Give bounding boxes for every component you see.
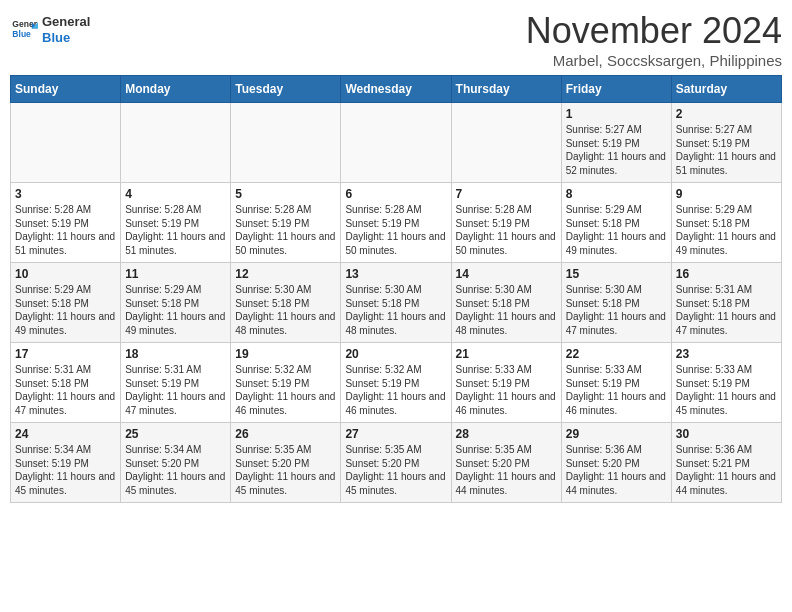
location-title: Marbel, Soccsksargen, Philippines (526, 52, 782, 69)
title-block: November 2024 Marbel, Soccsksargen, Phil… (526, 10, 782, 69)
day-info: Sunrise: 5:32 AMSunset: 5:19 PMDaylight:… (235, 363, 336, 417)
day-number: 28 (456, 427, 557, 441)
day-number: 15 (566, 267, 667, 281)
logo-general: General (42, 14, 90, 30)
day-info: Sunrise: 5:31 AMSunset: 5:18 PMDaylight:… (15, 363, 116, 417)
svg-text:Blue: Blue (12, 29, 31, 39)
logo-blue: Blue (42, 30, 90, 46)
day-number: 13 (345, 267, 446, 281)
calendar-cell (341, 103, 451, 183)
calendar-cell: 30Sunrise: 5:36 AMSunset: 5:21 PMDayligh… (671, 423, 781, 503)
calendar-cell: 29Sunrise: 5:36 AMSunset: 5:20 PMDayligh… (561, 423, 671, 503)
day-number: 22 (566, 347, 667, 361)
day-number: 18 (125, 347, 226, 361)
day-info: Sunrise: 5:35 AMSunset: 5:20 PMDaylight:… (235, 443, 336, 497)
day-number: 20 (345, 347, 446, 361)
day-number: 25 (125, 427, 226, 441)
day-info: Sunrise: 5:34 AMSunset: 5:20 PMDaylight:… (125, 443, 226, 497)
day-info: Sunrise: 5:28 AMSunset: 5:19 PMDaylight:… (15, 203, 116, 257)
calendar-week-5: 24Sunrise: 5:34 AMSunset: 5:19 PMDayligh… (11, 423, 782, 503)
day-number: 5 (235, 187, 336, 201)
calendar-cell: 14Sunrise: 5:30 AMSunset: 5:18 PMDayligh… (451, 263, 561, 343)
calendar-cell: 17Sunrise: 5:31 AMSunset: 5:18 PMDayligh… (11, 343, 121, 423)
day-info: Sunrise: 5:30 AMSunset: 5:18 PMDaylight:… (456, 283, 557, 337)
calendar-body: 1Sunrise: 5:27 AMSunset: 5:19 PMDaylight… (11, 103, 782, 503)
day-number: 12 (235, 267, 336, 281)
day-number: 9 (676, 187, 777, 201)
calendar-table: SundayMondayTuesdayWednesdayThursdayFrid… (10, 75, 782, 503)
day-info: Sunrise: 5:32 AMSunset: 5:19 PMDaylight:… (345, 363, 446, 417)
day-info: Sunrise: 5:30 AMSunset: 5:18 PMDaylight:… (345, 283, 446, 337)
day-number: 23 (676, 347, 777, 361)
weekday-header-sunday: Sunday (11, 76, 121, 103)
day-info: Sunrise: 5:29 AMSunset: 5:18 PMDaylight:… (15, 283, 116, 337)
calendar-cell: 11Sunrise: 5:29 AMSunset: 5:18 PMDayligh… (121, 263, 231, 343)
day-info: Sunrise: 5:35 AMSunset: 5:20 PMDaylight:… (345, 443, 446, 497)
weekday-header-thursday: Thursday (451, 76, 561, 103)
day-info: Sunrise: 5:34 AMSunset: 5:19 PMDaylight:… (15, 443, 116, 497)
calendar-cell: 25Sunrise: 5:34 AMSunset: 5:20 PMDayligh… (121, 423, 231, 503)
calendar-cell: 3Sunrise: 5:28 AMSunset: 5:19 PMDaylight… (11, 183, 121, 263)
calendar-cell: 5Sunrise: 5:28 AMSunset: 5:19 PMDaylight… (231, 183, 341, 263)
day-number: 27 (345, 427, 446, 441)
day-number: 2 (676, 107, 777, 121)
calendar-cell: 22Sunrise: 5:33 AMSunset: 5:19 PMDayligh… (561, 343, 671, 423)
month-title: November 2024 (526, 10, 782, 52)
calendar-week-4: 17Sunrise: 5:31 AMSunset: 5:18 PMDayligh… (11, 343, 782, 423)
calendar-cell: 12Sunrise: 5:30 AMSunset: 5:18 PMDayligh… (231, 263, 341, 343)
day-number: 8 (566, 187, 667, 201)
day-number: 10 (15, 267, 116, 281)
logo-icon: General Blue (10, 16, 38, 44)
day-number: 21 (456, 347, 557, 361)
day-info: Sunrise: 5:33 AMSunset: 5:19 PMDaylight:… (676, 363, 777, 417)
weekday-header-wednesday: Wednesday (341, 76, 451, 103)
day-info: Sunrise: 5:33 AMSunset: 5:19 PMDaylight:… (456, 363, 557, 417)
day-info: Sunrise: 5:29 AMSunset: 5:18 PMDaylight:… (125, 283, 226, 337)
calendar-cell: 6Sunrise: 5:28 AMSunset: 5:19 PMDaylight… (341, 183, 451, 263)
calendar-cell: 1Sunrise: 5:27 AMSunset: 5:19 PMDaylight… (561, 103, 671, 183)
calendar-cell: 27Sunrise: 5:35 AMSunset: 5:20 PMDayligh… (341, 423, 451, 503)
page-header: General Blue General Blue November 2024 … (10, 10, 782, 69)
weekday-header-saturday: Saturday (671, 76, 781, 103)
day-number: 7 (456, 187, 557, 201)
calendar-cell: 15Sunrise: 5:30 AMSunset: 5:18 PMDayligh… (561, 263, 671, 343)
day-info: Sunrise: 5:31 AMSunset: 5:18 PMDaylight:… (676, 283, 777, 337)
weekday-header-monday: Monday (121, 76, 231, 103)
day-number: 4 (125, 187, 226, 201)
day-info: Sunrise: 5:27 AMSunset: 5:19 PMDaylight:… (676, 123, 777, 177)
calendar-cell: 19Sunrise: 5:32 AMSunset: 5:19 PMDayligh… (231, 343, 341, 423)
day-info: Sunrise: 5:36 AMSunset: 5:21 PMDaylight:… (676, 443, 777, 497)
calendar-cell: 28Sunrise: 5:35 AMSunset: 5:20 PMDayligh… (451, 423, 561, 503)
calendar-cell (11, 103, 121, 183)
calendar-cell: 4Sunrise: 5:28 AMSunset: 5:19 PMDaylight… (121, 183, 231, 263)
day-info: Sunrise: 5:29 AMSunset: 5:18 PMDaylight:… (566, 203, 667, 257)
day-number: 1 (566, 107, 667, 121)
day-info: Sunrise: 5:28 AMSunset: 5:19 PMDaylight:… (345, 203, 446, 257)
day-number: 6 (345, 187, 446, 201)
calendar-cell: 16Sunrise: 5:31 AMSunset: 5:18 PMDayligh… (671, 263, 781, 343)
day-info: Sunrise: 5:28 AMSunset: 5:19 PMDaylight:… (125, 203, 226, 257)
calendar-cell: 13Sunrise: 5:30 AMSunset: 5:18 PMDayligh… (341, 263, 451, 343)
calendar-cell (121, 103, 231, 183)
day-info: Sunrise: 5:36 AMSunset: 5:20 PMDaylight:… (566, 443, 667, 497)
calendar-cell: 9Sunrise: 5:29 AMSunset: 5:18 PMDaylight… (671, 183, 781, 263)
calendar-week-1: 1Sunrise: 5:27 AMSunset: 5:19 PMDaylight… (11, 103, 782, 183)
calendar-cell: 24Sunrise: 5:34 AMSunset: 5:19 PMDayligh… (11, 423, 121, 503)
day-number: 11 (125, 267, 226, 281)
calendar-week-2: 3Sunrise: 5:28 AMSunset: 5:19 PMDaylight… (11, 183, 782, 263)
day-number: 26 (235, 427, 336, 441)
calendar-cell: 7Sunrise: 5:28 AMSunset: 5:19 PMDaylight… (451, 183, 561, 263)
calendar-cell: 21Sunrise: 5:33 AMSunset: 5:19 PMDayligh… (451, 343, 561, 423)
calendar-cell: 23Sunrise: 5:33 AMSunset: 5:19 PMDayligh… (671, 343, 781, 423)
day-number: 16 (676, 267, 777, 281)
day-info: Sunrise: 5:30 AMSunset: 5:18 PMDaylight:… (235, 283, 336, 337)
calendar-cell: 2Sunrise: 5:27 AMSunset: 5:19 PMDaylight… (671, 103, 781, 183)
day-number: 14 (456, 267, 557, 281)
calendar-cell: 8Sunrise: 5:29 AMSunset: 5:18 PMDaylight… (561, 183, 671, 263)
day-info: Sunrise: 5:33 AMSunset: 5:19 PMDaylight:… (566, 363, 667, 417)
calendar-cell: 10Sunrise: 5:29 AMSunset: 5:18 PMDayligh… (11, 263, 121, 343)
weekday-header-row: SundayMondayTuesdayWednesdayThursdayFrid… (11, 76, 782, 103)
day-number: 17 (15, 347, 116, 361)
weekday-header-tuesday: Tuesday (231, 76, 341, 103)
calendar-cell (451, 103, 561, 183)
